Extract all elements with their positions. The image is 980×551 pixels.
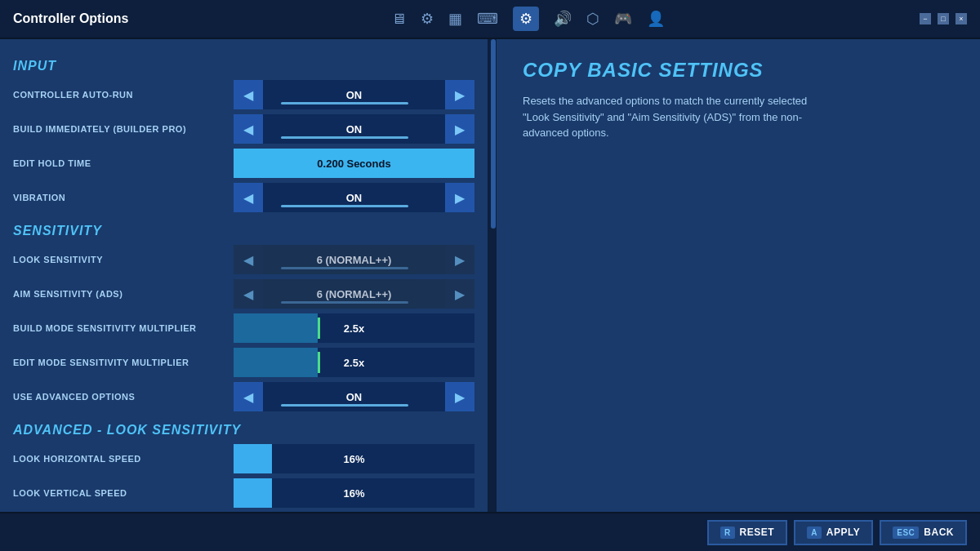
look-sensitivity-right-arrow[interactable]: ▶ [445, 245, 474, 274]
build-immediately-label: BUILD IMMEDIATELY (BUILDER PRO) [13, 124, 234, 134]
reset-label: RESET [740, 527, 775, 538]
look-sensitivity-control: ◀ 6 (NORMAL++) ▶ [234, 245, 474, 274]
edit-hold-time-value[interactable]: 0.200 Seconds [234, 149, 474, 178]
look-horizontal-speed-value[interactable]: 16% [234, 444, 474, 473]
edit-mode-multiplier-control: 2.5x [234, 348, 474, 377]
look-vertical-speed-value[interactable]: 16% [234, 478, 474, 508]
look-sensitivity-label: LOOK SENSITIVITY [13, 255, 234, 264]
edit-hold-time-row: EDIT HOLD TIME 0.200 Seconds [13, 149, 474, 178]
right-panel: COPY BASIC SETTINGS Resets the advanced … [497, 39, 980, 512]
controller-auto-run-row: CONTROLLER AUTO-RUN ◀ ON ▶ [13, 80, 474, 109]
copy-settings-description: Resets the advanced options to match the… [523, 93, 833, 141]
monitor-icon[interactable]: 🖥 [391, 11, 406, 28]
look-sensitivity-left-arrow[interactable]: ◀ [234, 245, 263, 274]
edit-mode-multiplier-value[interactable]: 2.5x [234, 348, 474, 377]
apply-button[interactable]: A APPLY [794, 520, 873, 545]
gamepad-icon[interactable]: 🎮 [614, 10, 632, 28]
build-mode-multiplier-label: BUILD MODE SENSITIVITY MULTIPLIER [13, 323, 234, 333]
title-bar: Controller Options 🖥 ⚙ ▦ ⌨ ⚙ 🔊 ⬡ 🎮 👤 − □… [0, 0, 980, 39]
vibration-control: ◀ ON ▶ [234, 183, 474, 212]
aim-sensitivity-value: 6 (NORMAL++) [263, 279, 445, 309]
use-advanced-options-value: ON [263, 382, 445, 411]
aim-sensitivity-label: AIM SENSITIVITY (ADS) [13, 289, 234, 299]
use-advanced-options-label: USE ADVANCED OPTIONS [13, 392, 234, 402]
build-immediately-left-arrow[interactable]: ◀ [234, 114, 263, 144]
keyboard-layout-icon[interactable]: ▦ [448, 10, 462, 28]
look-sensitivity-row: LOOK SENSITIVITY ◀ 6 (NORMAL++) ▶ [13, 245, 474, 274]
back-button[interactable]: ESC BACK [880, 520, 967, 545]
vibration-left-arrow[interactable]: ◀ [234, 183, 263, 212]
use-advanced-options-row: USE ADVANCED OPTIONS ◀ ON ▶ [13, 382, 474, 411]
look-horizontal-speed-label: LOOK HORIZONTAL SPEED [13, 454, 234, 464]
use-advanced-options-control: ◀ ON ▶ [234, 382, 474, 411]
build-immediately-control: ◀ ON ▶ [234, 114, 474, 144]
maximize-button[interactable]: □ [938, 13, 949, 24]
controller-auto-run-right-arrow[interactable]: ▶ [445, 80, 474, 109]
main-content: INPUT CONTROLLER AUTO-RUN ◀ ON ▶ BUILD I… [0, 39, 980, 512]
keyboard-icon[interactable]: ⌨ [477, 10, 498, 28]
scroll-thumb[interactable] [491, 39, 496, 229]
network-icon[interactable]: ⬡ [586, 10, 599, 28]
reset-key: R [720, 527, 735, 539]
look-horizontal-speed-control: 16% [234, 444, 474, 473]
close-button[interactable]: × [956, 13, 967, 24]
build-mode-multiplier-value[interactable]: 2.5x [234, 313, 474, 343]
edit-mode-multiplier-row: EDIT MODE SENSITIVITY MULTIPLIER 2.5x [13, 348, 474, 377]
build-immediately-right-arrow[interactable]: ▶ [445, 114, 474, 144]
aim-sensitivity-row: AIM SENSITIVITY (ADS) ◀ 6 (NORMAL++) ▶ [13, 279, 474, 309]
build-mode-multiplier-row: BUILD MODE SENSITIVITY MULTIPLIER 2.5x [13, 313, 474, 343]
back-label: BACK [924, 527, 954, 538]
use-advanced-options-right-arrow[interactable]: ▶ [445, 382, 474, 411]
scrollbar[interactable] [490, 39, 497, 512]
aim-sensitivity-left-arrow[interactable]: ◀ [234, 279, 263, 309]
advanced-look-section-title: ADVANCED - LOOK SENSITIVITY [13, 423, 474, 438]
window-controls: − □ × [920, 13, 967, 24]
minimize-button[interactable]: − [920, 13, 931, 24]
look-horizontal-speed-row: LOOK HORIZONTAL SPEED 16% [13, 444, 474, 473]
use-advanced-options-left-arrow[interactable]: ◀ [234, 382, 263, 411]
gear-icon[interactable]: ⚙ [421, 10, 434, 28]
look-vertical-speed-row: LOOK VERTICAL SPEED 16% [13, 478, 474, 508]
controller-auto-run-control: ◀ ON ▶ [234, 80, 474, 109]
back-key: ESC [893, 527, 919, 539]
apply-key: A [807, 527, 822, 539]
window-title: Controller Options [13, 11, 128, 26]
input-section-title: INPUT [13, 59, 474, 73]
edit-hold-time-label: EDIT HOLD TIME [13, 158, 234, 168]
aim-sensitivity-control: ◀ 6 (NORMAL++) ▶ [234, 279, 474, 309]
controller-auto-run-label: CONTROLLER AUTO-RUN [13, 90, 234, 100]
user-icon[interactable]: 👤 [647, 10, 665, 28]
nav-icons: 🖥 ⚙ ▦ ⌨ ⚙ 🔊 ⬡ 🎮 👤 [153, 7, 903, 31]
copy-settings-title: COPY BASIC SETTINGS [523, 59, 954, 82]
vibration-row: VIBRATION ◀ ON ▶ [13, 183, 474, 212]
controller-auto-run-value: ON [263, 80, 445, 109]
sensitivity-section-title: SENSITIVITY [13, 224, 474, 238]
edit-mode-multiplier-label: EDIT MODE SENSITIVITY MULTIPLIER [13, 358, 234, 367]
aim-sensitivity-right-arrow[interactable]: ▶ [445, 279, 474, 309]
look-vertical-speed-control: 16% [234, 478, 474, 508]
edit-hold-time-control: 0.200 Seconds [234, 149, 474, 178]
apply-label: APPLY [826, 527, 860, 538]
controller-icon[interactable]: ⚙ [513, 7, 539, 31]
vibration-right-arrow[interactable]: ▶ [445, 183, 474, 212]
look-sensitivity-value: 6 (NORMAL++) [263, 245, 445, 274]
vibration-label: VIBRATION [13, 193, 234, 202]
controller-auto-run-left-arrow[interactable]: ◀ [234, 80, 263, 109]
build-immediately-row: BUILD IMMEDIATELY (BUILDER PRO) ◀ ON ▶ [13, 114, 474, 144]
reset-button[interactable]: R RESET [707, 520, 787, 545]
bottom-bar: R RESET A APPLY ESC BACK [0, 512, 980, 551]
build-immediately-value: ON [263, 114, 445, 144]
speaker-icon[interactable]: 🔊 [554, 10, 572, 28]
build-mode-multiplier-control: 2.5x [234, 313, 474, 343]
vibration-value: ON [263, 183, 445, 212]
look-vertical-speed-label: LOOK VERTICAL SPEED [13, 488, 234, 498]
left-panel: INPUT CONTROLLER AUTO-RUN ◀ ON ▶ BUILD I… [0, 39, 490, 512]
